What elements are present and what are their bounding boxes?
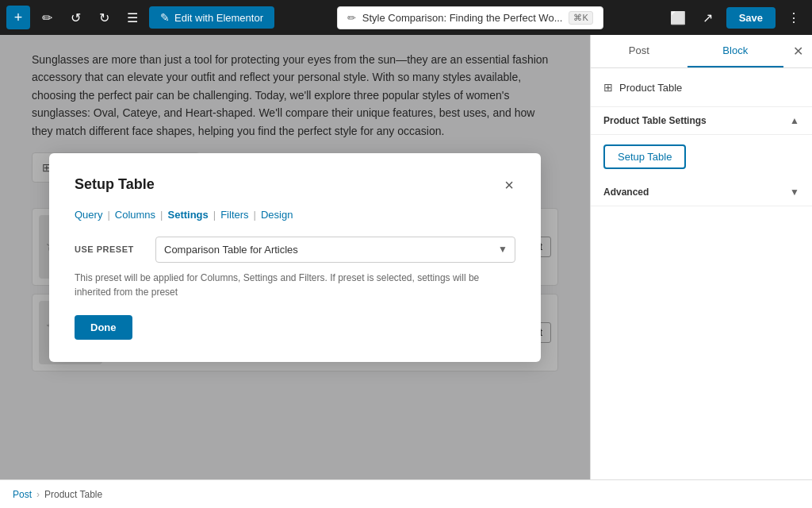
- preset-hint: This preset will be applied for Columns,…: [75, 271, 515, 299]
- setup-table-button[interactable]: Setup Table: [603, 144, 686, 169]
- more-button[interactable]: ⋮: [782, 6, 806, 29]
- block-label: ⊞ Product Table: [603, 78, 799, 97]
- advanced-label: Advanced: [603, 187, 649, 198]
- add-button[interactable]: +: [6, 6, 30, 29]
- block-grid-icon: ⊞: [603, 81, 613, 94]
- nav-columns[interactable]: Columns: [115, 209, 155, 221]
- breadcrumb-current: Product Table: [44, 489, 102, 500]
- close-icon: ✕: [793, 44, 803, 59]
- pencil-button[interactable]: ✏: [35, 6, 59, 29]
- modal-nav: Query | Columns | Settings | Filters | D…: [75, 209, 515, 221]
- nav-settings[interactable]: Settings: [167, 209, 208, 221]
- breadcrumb-separator: ›: [36, 489, 40, 500]
- nav-design[interactable]: Design: [261, 209, 293, 221]
- done-button[interactable]: Done: [75, 315, 132, 340]
- toolbar-center: ✏ Style Comparison: Finding the Perfect …: [279, 6, 661, 29]
- chevron-up-icon: ▲: [790, 115, 799, 126]
- nav-sep-2: |: [160, 209, 163, 221]
- edit-elementor-button[interactable]: ✎ Edit with Elementor: [149, 6, 274, 29]
- nav-filters[interactable]: Filters: [220, 209, 248, 221]
- more-icon: ⋮: [787, 10, 800, 25]
- settings-title: Product Table Settings: [603, 115, 707, 126]
- view-button[interactable]: ⬜: [666, 6, 690, 29]
- pencil-icon: ✏: [42, 10, 52, 25]
- content-area: Sunglasses are more than just a tool for…: [0, 35, 590, 479]
- title-pencil-icon: ✏: [347, 12, 356, 24]
- preset-select[interactable]: Comparison Table for ArticlesDefault Tab…: [155, 237, 515, 263]
- redo-icon: ↻: [99, 10, 109, 25]
- toolbar-right: ⬜ ↗ Save ⋮: [666, 6, 806, 29]
- menu-button[interactable]: ☰: [121, 6, 144, 29]
- panel-tabs: Post Block ✕: [591, 35, 812, 68]
- nav-sep-3: |: [213, 209, 216, 221]
- preset-label: USE PRESET: [75, 244, 146, 254]
- nav-query[interactable]: Query: [75, 209, 102, 221]
- modal-overlay: Setup Table × Query | Columns | Settings…: [0, 35, 590, 479]
- block-name-text: Product Table: [619, 82, 682, 94]
- main-layout: Sunglasses are more than just a tool for…: [0, 35, 812, 479]
- save-button[interactable]: Save: [726, 7, 776, 29]
- page-title-bar[interactable]: ✏ Style Comparison: Finding the Perfect …: [337, 6, 603, 29]
- page-title: Style Comparison: Finding the Perfect Wo…: [362, 12, 563, 24]
- setup-table-section: Setup Table: [591, 135, 812, 179]
- top-toolbar: + ✏ ↺ ↻ ☰ ✎ Edit with Elementor ✏ Style …: [0, 0, 812, 35]
- nav-sep-1: |: [107, 209, 109, 221]
- external-button[interactable]: ↗: [696, 6, 720, 29]
- preset-select-wrapper: Comparison Table for ArticlesDefault Tab…: [155, 237, 515, 263]
- right-panel: Post Block ✕ ⊞ Product Table Product Tab…: [590, 35, 812, 479]
- panel-close-button[interactable]: ✕: [783, 37, 812, 66]
- undo-icon: ↺: [71, 10, 81, 25]
- redo-button[interactable]: ↻: [92, 6, 116, 29]
- modal-close-button[interactable]: ×: [503, 175, 515, 194]
- undo-button[interactable]: ↺: [63, 6, 87, 29]
- setup-table-modal: Setup Table × Query | Columns | Settings…: [49, 153, 541, 362]
- chevron-down-icon: ▼: [790, 187, 799, 198]
- shortcut-badge: ⌘K: [569, 11, 592, 25]
- breadcrumb-post[interactable]: Post: [13, 489, 32, 500]
- external-icon: ↗: [703, 10, 713, 25]
- modal-title: Setup Table: [75, 176, 155, 193]
- advanced-section[interactable]: Advanced ▼: [591, 179, 812, 206]
- view-icon: ⬜: [670, 10, 686, 25]
- breadcrumb-bar: Post › Product Table: [0, 479, 812, 508]
- modal-header: Setup Table ×: [75, 175, 515, 194]
- elementor-icon: ✎: [160, 11, 170, 24]
- block-name-section: ⊞ Product Table: [591, 68, 812, 107]
- tab-post[interactable]: Post: [591, 35, 688, 67]
- plus-icon: +: [14, 10, 23, 26]
- preset-field-row: USE PRESET Comparison Table for Articles…: [75, 237, 515, 263]
- product-table-settings-section: Product Table Settings ▲: [591, 107, 812, 135]
- nav-sep-4: |: [254, 209, 256, 221]
- menu-icon: ☰: [127, 10, 138, 25]
- tab-block[interactable]: Block: [688, 35, 784, 67]
